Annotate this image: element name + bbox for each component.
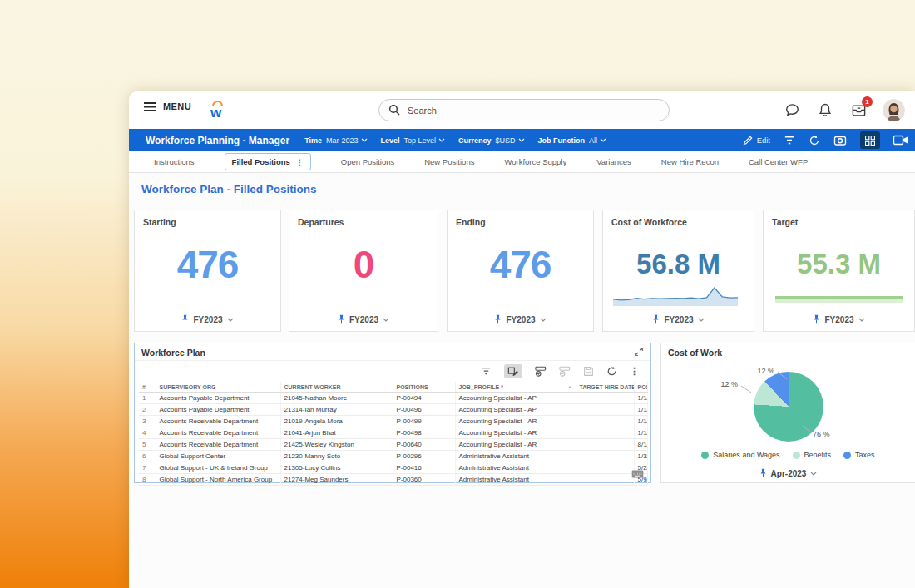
cell-target-hire-date[interactable] [576,416,634,427]
add-row-icon[interactable] [535,366,547,377]
cell-current-worker[interactable]: 21425-Wesley Kingston [280,439,393,451]
tab-new-positions[interactable]: New Positions [424,157,474,166]
cell-positions[interactable]: P-00296 [393,451,455,462]
period-selector[interactable]: FY2023 [289,314,438,324]
cell-pos-date[interactable]: 1/1/2 [634,427,648,439]
tab-open-positions[interactable]: Open Positions [341,157,394,166]
cell-current-worker[interactable]: 21274-Meg Saunders [280,474,393,486]
filter-level[interactable]: Level Top Level [381,136,446,145]
search-input[interactable] [378,99,670,121]
cell-pos-date[interactable]: 1/1/2 [634,393,648,404]
cell-positions[interactable]: P-00499 [393,416,455,427]
video-camera-icon[interactable] [893,135,908,146]
cell-target-hire-date[interactable] [576,404,634,416]
cell-positions[interactable]: P-00360 [393,474,455,486]
refresh-icon[interactable] [809,135,820,146]
chat-icon[interactable] [783,100,801,121]
cell-target-hire-date[interactable] [576,451,634,462]
period-selector[interactable]: FY2023 [603,314,754,324]
avatar[interactable] [883,99,905,121]
table-row[interactable]: 2 Accounts Payable Department 21314-Ian … [139,404,648,416]
col-positions[interactable]: POSITIONS [393,382,455,393]
cell-pos-date[interactable]: 8/1/2 [634,439,648,451]
tab-workforce-supply[interactable]: Workforce Supply [504,157,566,166]
cell-current-worker[interactable]: 21041-Arjun Bhat [280,427,393,439]
tab-new-hire-recon[interactable]: New Hire Recon [661,157,719,166]
cell-pos-date[interactable]: 1/3/2 [634,451,648,462]
cell-supervisory-org[interactable]: Accounts Receivable Department [156,416,280,427]
cell-supervisory-org[interactable]: Accounts Payable Department [156,393,280,404]
cell-current-worker[interactable]: 21019-Angela Mora [280,416,393,427]
cell-positions[interactable]: P-00496 [393,404,455,416]
cell-positions[interactable]: P-00416 [393,462,455,474]
cell-job-profile[interactable]: Accounting Specialist - AP [455,393,576,404]
cell-current-worker[interactable]: 21230-Manny Soto [280,451,393,462]
filter-currency[interactable]: Currency $USD [458,136,525,145]
cell-job-profile[interactable]: Accounting Specialist - AR [455,439,576,451]
cell-job-profile[interactable]: Administrative Assistant [455,462,576,474]
refresh-icon[interactable] [606,366,617,377]
cell-job-profile[interactable]: Accounting Specialist - AR [455,427,576,439]
tab-instructions[interactable]: Instructions [154,157,195,166]
remove-row-icon[interactable] [559,366,571,377]
period-selector[interactable]: Apr-2023 [661,468,915,478]
filter-funnel-icon[interactable] [784,136,795,146]
more-options-kebab-icon[interactable]: ⋮ [630,366,639,377]
filter-time[interactable]: Time Mar-2023 [304,136,367,145]
filter-funnel-icon[interactable] [481,367,492,376]
col-supervisory-org[interactable]: SUPERVISORY ORG [156,382,280,393]
inbox-tray-icon[interactable]: 1 [849,100,868,121]
cell-positions[interactable]: P-00640 [393,439,455,451]
table-row[interactable]: 6 Global Support Center 21230-Manny Soto… [139,451,648,462]
cell-target-hire-date[interactable] [576,393,634,404]
cell-target-hire-date[interactable] [576,474,634,486]
menu-button[interactable]: MENU [144,101,191,111]
cell-job-profile[interactable]: Accounting Specialist - AP [455,404,576,416]
cell-supervisory-org[interactable]: Global Support - North America Group [156,474,280,486]
col-target-hire-date[interactable]: TARGET HIRE DATE [576,382,634,393]
cell-job-profile[interactable]: Administrative Assistant [455,451,576,462]
tab-call-center-wfp[interactable]: Call Center WFP [749,157,808,166]
cell-positions[interactable]: P-00498 [393,427,455,439]
notifications-bell-icon[interactable] [816,100,834,121]
table-row[interactable]: 5 Accounts Receivable Department 21425-W… [139,439,648,451]
col-job-profile[interactable]: ▲JOB_PROFILE* [455,382,576,393]
cell-supervisory-org[interactable]: Accounts Receivable Department [156,439,280,451]
cell-pos-date[interactable]: 1/1/2 [634,416,648,427]
tab-filled-positions[interactable]: Filled Positions⋮ [225,153,311,170]
col-pos[interactable]: POS [634,382,648,393]
cell-current-worker[interactable]: 21305-Lucy Collins [280,462,393,474]
table-row[interactable]: 3 Accounts Receivable Department 21019-A… [139,416,648,427]
cell-target-hire-date[interactable] [576,439,634,451]
cell-pos-date[interactable]: 1/1/2 [634,404,648,416]
legend-salaries-and-wages[interactable]: Salaries and Wages [701,451,779,459]
cell-positions[interactable]: P-00494 [393,393,455,404]
tab-variances[interactable]: Variances [596,157,631,166]
workday-logo-icon[interactable]: w [210,101,229,121]
keyboard-icon[interactable] [631,470,644,478]
table-row[interactable]: 4 Accounts Receivable Department 21041-A… [139,427,648,439]
cell-supervisory-org[interactable]: Global Support - UK & Ireland Group [156,462,280,474]
save-icon[interactable] [583,366,594,377]
table-row[interactable]: 8 Global Support - North America Group 2… [139,474,648,486]
legend-benefits[interactable]: Benefits [793,451,832,459]
col-current-worker[interactable]: CURRENT WORKER [280,382,393,393]
cell-supervisory-org[interactable]: Global Support Center [156,451,280,462]
cell-supervisory-org[interactable]: Accounts Payable Department [156,404,280,416]
filter-job-function[interactable]: Job Function All [538,136,607,145]
period-selector[interactable]: FY2023 [764,314,914,324]
cell-target-hire-date[interactable] [576,462,634,474]
edit-button[interactable]: Edit [743,136,770,146]
cell-current-worker[interactable]: 21045-Nathan Moore [280,393,393,404]
period-selector[interactable]: FY2023 [448,314,593,324]
legend-taxes[interactable]: Taxes [843,451,875,459]
table-row[interactable]: 7 Global Support - UK & Ireland Group 21… [139,462,648,474]
expand-icon[interactable] [634,347,644,357]
grid-view-button[interactable] [860,131,880,149]
cell-target-hire-date[interactable] [576,427,634,439]
tab-options-icon[interactable]: ⋮ [296,158,304,166]
camera-slide-icon[interactable] [833,135,847,146]
col-index[interactable]: # [139,382,156,393]
cell-job-profile[interactable]: Accounting Specialist - AR [455,416,576,427]
cell-supervisory-org[interactable]: Accounts Receivable Department [156,427,280,439]
